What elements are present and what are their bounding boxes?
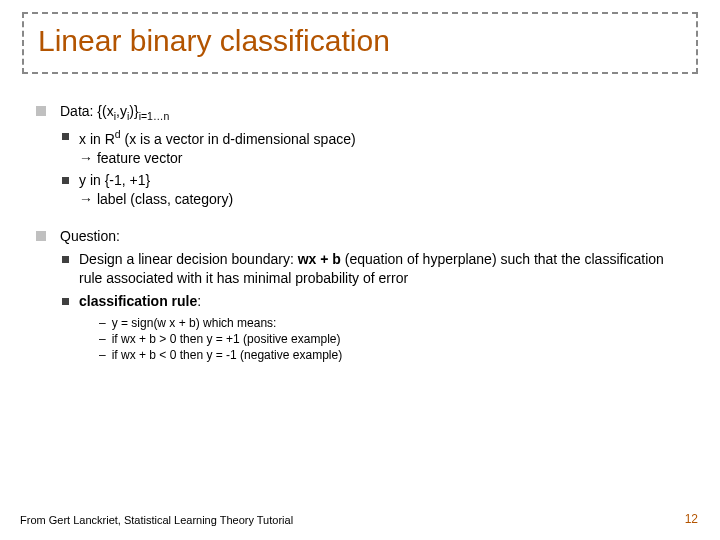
bullet-data-body: Data: {(xi,yi)}i=1…n x in Rd (x is a vec… <box>60 102 356 209</box>
sub-bullet-body: classification rule: –y = sign(w x + b) … <box>79 292 342 363</box>
text: Design a linear decision boundary: <box>79 251 298 267</box>
line: x in Rd (x is a vector in d-dimensional … <box>79 127 356 149</box>
subscript: i=1…n <box>139 110 170 122</box>
question-heading: Question: <box>60 227 684 246</box>
small-square-icon <box>62 133 69 140</box>
text: {(x <box>97 103 113 119</box>
sub-bullet: Design a linear decision boundary: wx + … <box>62 250 684 288</box>
text: Data: <box>60 103 97 119</box>
line: → label (class, category) <box>79 190 233 209</box>
text: (x is a vector in d-dimensional space) <box>121 131 356 147</box>
text: : <box>197 293 201 309</box>
footer-citation: From Gert Lanckriet, Statistical Learnin… <box>20 514 293 526</box>
dash-item: –y = sign(w x + b) which means: <box>99 315 342 331</box>
small-square-icon <box>62 256 69 263</box>
title-box: Linear binary classification <box>22 12 698 74</box>
text: y = sign(w x + b) which means: <box>112 315 277 331</box>
text: if wx + b > 0 then y = +1 (positive exam… <box>112 331 341 347</box>
bullet-data: Data: {(xi,yi)}i=1…n x in Rd (x is a vec… <box>36 102 684 209</box>
text: )} <box>129 103 138 119</box>
sub-bullet-body: y in {-1, +1} → label (class, category) <box>79 171 233 209</box>
bold-text: classification rule <box>79 293 197 309</box>
data-heading: Data: {(xi,yi)}i=1…n <box>60 102 356 123</box>
text: ,y <box>116 103 127 119</box>
sub-bullet: x in Rd (x is a vector in d-dimensional … <box>62 127 356 167</box>
sub-bullet: y in {-1, +1} → label (class, category) <box>62 171 356 209</box>
bullet-question-body: Question: Design a linear decision bound… <box>60 227 684 363</box>
dash-item: –if wx + b > 0 then y = +1 (positive exa… <box>99 331 342 347</box>
page-number: 12 <box>685 512 698 526</box>
bullet-square-icon <box>36 106 46 116</box>
line: → feature vector <box>79 149 356 168</box>
bold-text: wx + b <box>298 251 341 267</box>
text: if wx + b < 0 then y = -1 (negative exam… <box>112 347 342 363</box>
sub-bullet: classification rule: –y = sign(w x + b) … <box>62 292 684 363</box>
dash-list: –y = sign(w x + b) which means: –if wx +… <box>99 315 342 364</box>
dash-icon: – <box>99 347 106 363</box>
bullet-square-icon <box>36 231 46 241</box>
slide-content: Data: {(xi,yi)}i=1…n x in Rd (x is a vec… <box>0 74 720 363</box>
dash-icon: – <box>99 315 106 331</box>
sub-bullet-body: x in Rd (x is a vector in d-dimensional … <box>79 127 356 167</box>
sub-bullet-body: Design a linear decision boundary: wx + … <box>79 250 684 288</box>
slide-title: Linear binary classification <box>38 24 390 57</box>
small-square-icon <box>62 177 69 184</box>
bullet-question: Question: Design a linear decision bound… <box>36 227 684 363</box>
text: x in R <box>79 131 115 147</box>
line: y in {-1, +1} <box>79 171 233 190</box>
dash-item: –if wx + b < 0 then y = -1 (negative exa… <box>99 347 342 363</box>
dash-icon: – <box>99 331 106 347</box>
small-square-icon <box>62 298 69 305</box>
